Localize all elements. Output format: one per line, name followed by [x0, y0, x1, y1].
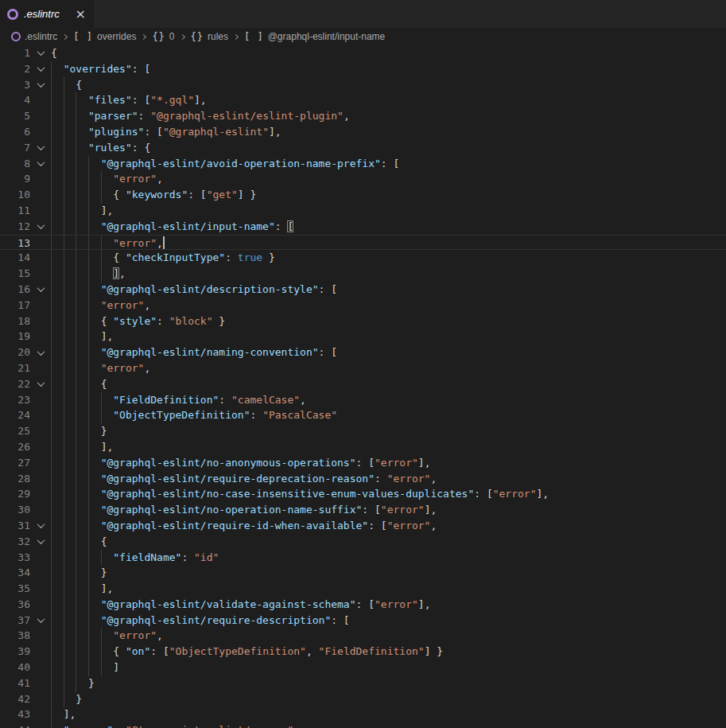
- editor-line[interactable]: 25 }: [0, 423, 726, 439]
- code-text: "parser": "@graphql-eslint/eslint-plugin…: [51, 108, 726, 124]
- code-token: : [: [132, 63, 150, 75]
- editor-line[interactable]: 41 }: [0, 675, 726, 691]
- editor-line[interactable]: 20 "@graphql-eslint/naming-convention": …: [0, 345, 726, 360]
- line-number: 40: [0, 660, 30, 675]
- breadcrumb-item-rules[interactable]: {}rules: [191, 31, 228, 42]
- editor-line[interactable]: 12 "@graphql-eslint/input-name": [: [0, 219, 726, 235]
- editor-line[interactable]: 35 ],: [0, 581, 726, 597]
- code-text: ],: [51, 329, 726, 345]
- editor-line[interactable]: 39 { "on": ["ObjectTypeDefinition", "Fie…: [0, 644, 726, 660]
- code-text: "rules": {: [51, 140, 726, 156]
- fold-column: [30, 250, 51, 266]
- editor-line[interactable]: 15 ],: [0, 266, 726, 282]
- chevron-down-icon: [37, 80, 45, 88]
- editor-line[interactable]: 23 "FieldDefinition": "camelCase",: [0, 392, 726, 408]
- editor-line[interactable]: 32 {: [0, 534, 726, 550]
- fold-column[interactable]: [30, 282, 51, 298]
- editor-line[interactable]: 38 "error",: [0, 628, 726, 644]
- editor-line[interactable]: 29 "@graphql-eslint/no-case-insensitive-…: [0, 486, 726, 502]
- editor-line[interactable]: 36 "@graphql-eslint/validate-against-sch…: [0, 597, 726, 613]
- editor-line[interactable]: 7 "rules": {: [0, 140, 726, 156]
- code-token: ,: [119, 267, 126, 279]
- editor-line[interactable]: 30 "@graphql-eslint/no-operation-name-su…: [0, 502, 726, 518]
- code-text: "@graphql-eslint/naming-convention": [: [51, 345, 726, 360]
- line-number: 42: [0, 691, 30, 707]
- symbol-array-icon: [ ]: [244, 31, 264, 42]
- fold-column[interactable]: [30, 140, 51, 156]
- fold-column[interactable]: [30, 61, 51, 77]
- editor-line[interactable]: 27 "@graphql-eslint/no-anonymous-operati…: [0, 455, 726, 471]
- code-token: {: [76, 79, 82, 91]
- indent-guides: [51, 644, 112, 660]
- editor-line[interactable]: 10 { "keywords": ["get"] }: [0, 187, 726, 203]
- code-token: ],: [64, 708, 76, 720]
- tab-eslintrc[interactable]: .eslintrc ×: [0, 0, 94, 28]
- editor-line[interactable]: 24 "ObjectTypeDefinition": "PascalCase": [0, 407, 726, 423]
- fold-column[interactable]: [30, 45, 51, 61]
- editor-line[interactable]: 31 "@graphql-eslint/require-id-when-avai…: [0, 518, 726, 534]
- fold-column[interactable]: [30, 376, 51, 392]
- editor-line[interactable]: 1{: [0, 45, 726, 61]
- code-text: {: [51, 77, 726, 93]
- editor-line[interactable]: 3 {: [0, 77, 726, 93]
- code-token: {: [113, 189, 126, 200]
- line-number: 14: [0, 250, 30, 266]
- indent-guides: [51, 534, 100, 551]
- editor-line[interactable]: 11 ],: [0, 203, 726, 219]
- close-icon[interactable]: ×: [76, 8, 86, 21]
- fold-column: [30, 236, 51, 250]
- fold-column[interactable]: [30, 219, 51, 235]
- editor-line[interactable]: 5 "parser": "@graphql-eslint/eslint-plug…: [0, 108, 726, 124]
- editor-line[interactable]: 44 "parser": "@typescript-eslint/parser": [0, 722, 726, 728]
- editor-line[interactable]: 26 ],: [0, 439, 726, 455]
- editor-line[interactable]: 8 "@graphql-eslint/avoid-operation-name-…: [0, 156, 726, 172]
- line-number: 35: [0, 581, 30, 597]
- code-token: "@graphql-eslint/require-deprecation-rea…: [101, 473, 375, 485]
- fold-column[interactable]: [30, 77, 51, 93]
- code-token: ],: [269, 126, 281, 138]
- fold-column[interactable]: [30, 613, 51, 629]
- code-editor[interactable]: 1{2 "overrides": [3 {4 "files": ["*.gql"…: [0, 45, 726, 728]
- editor-line[interactable]: 16 "@graphql-eslint/description-style": …: [0, 282, 726, 298]
- editor-line[interactable]: 40 ]: [0, 660, 726, 675]
- code-token: :: [181, 551, 194, 563]
- editor-line[interactable]: 34 }: [0, 565, 726, 581]
- editor-line[interactable]: 42 }: [0, 691, 726, 707]
- editor-line[interactable]: 37 "@graphql-eslint/require-description"…: [0, 613, 726, 629]
- editor-line[interactable]: 6 "plugins": ["@graphql-eslint"],: [0, 124, 726, 140]
- editor-line[interactable]: 18 { "style": "block" }: [0, 313, 726, 329]
- fold-column[interactable]: [30, 518, 51, 534]
- line-number: 6: [0, 124, 30, 140]
- code-text: "overrides": [: [51, 61, 726, 77]
- breadcrumb-item-0[interactable]: {}0: [152, 31, 174, 42]
- editor-line[interactable]: 14 { "checkInputType": true }: [0, 250, 726, 266]
- code-text: ],: [51, 707, 726, 722]
- code-token: :: [225, 251, 238, 263]
- code-token: "error": [381, 504, 425, 516]
- fold-column[interactable]: [30, 534, 51, 550]
- code-text: "@graphql-eslint/no-anonymous-operations…: [51, 455, 726, 471]
- line-number: 38: [0, 628, 30, 644]
- editor-line[interactable]: 4 "files": ["*.gql"],: [0, 92, 726, 108]
- editor-line[interactable]: 43 ],: [0, 707, 726, 722]
- editor-line[interactable]: 22 {: [0, 376, 726, 392]
- editor-line[interactable]: 9 "error",: [0, 171, 726, 187]
- editor-line[interactable]: 33 "fieldName": "id": [0, 550, 726, 566]
- code-token: }: [101, 566, 107, 578]
- code-token: : [: [150, 645, 169, 657]
- editor-line[interactable]: 17 "error",: [0, 298, 726, 313]
- breadcrumb-item-overrides[interactable]: [ ]overrides: [73, 31, 136, 42]
- fold-column[interactable]: [30, 345, 51, 360]
- line-number: 10: [0, 187, 30, 203]
- fold-column[interactable]: [30, 156, 51, 172]
- breadcrumb-item--eslintrc[interactable]: .eslintrc: [11, 31, 57, 42]
- editor-line[interactable]: 19 ],: [0, 329, 726, 345]
- editor-line[interactable]: 2 "overrides": [: [0, 61, 726, 77]
- editor-line[interactable]: 13 "error",: [0, 235, 726, 251]
- fold-column: [30, 92, 51, 108]
- editor-line[interactable]: 28 "@graphql-eslint/require-deprecation-…: [0, 471, 726, 487]
- breadcrumb-item--graphql-eslint-input-name[interactable]: [ ]@graphql-eslint/input-name: [244, 31, 385, 42]
- editor-line[interactable]: 21 "error",: [0, 360, 726, 376]
- code-token: }: [88, 677, 95, 689]
- code-token: ,: [144, 362, 150, 374]
